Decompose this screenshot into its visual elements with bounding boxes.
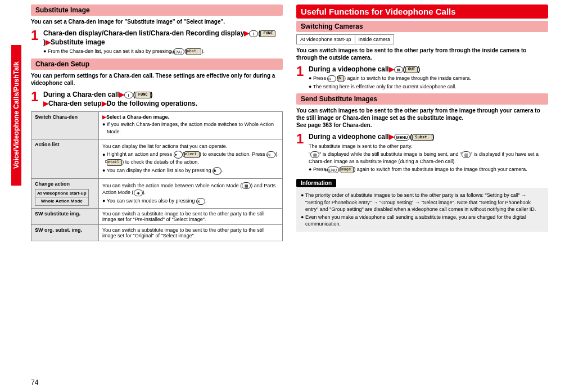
func-label: FUNC bbox=[260, 30, 275, 37]
cell: Inside camera bbox=[355, 35, 394, 44]
subst-label: Subst. bbox=[412, 134, 432, 141]
step-body: During a Chara-den call▶i(FUNC) ▶Chara-d… bbox=[43, 90, 283, 108]
row-label: Change action At videophone start-up Who… bbox=[31, 178, 99, 208]
arrow-icon: ▶ bbox=[119, 91, 124, 98]
whole-mode-icon: ▦ bbox=[242, 182, 251, 189]
text-part: " is displayed while the still substitut… bbox=[319, 151, 462, 157]
step-body: During a videophone call▶✉(OUT) Press ✉(… bbox=[309, 65, 548, 91]
side-tab: Voice/Videophone Calls/PushTalk bbox=[11, 45, 21, 186]
row-content: You can switch a substitute image to be … bbox=[99, 208, 283, 224]
bullet-text: Highlight an action and press bbox=[107, 152, 174, 157]
text: "▤" is displayed while the still substit… bbox=[309, 151, 548, 165]
table-row: At videophone start-up Inside camera bbox=[297, 35, 394, 44]
bullet: If you switch Chara-den images, the acti… bbox=[102, 121, 279, 135]
step-1: 1 Chara-den display/Chara-den list/Chara… bbox=[31, 29, 283, 56]
table-row: SW substitute img. You can switch a subs… bbox=[31, 208, 283, 224]
row-label-text: Change action bbox=[35, 181, 70, 187]
step-text: During a videophone call bbox=[309, 65, 389, 73]
info-bullet: Even when you make a videophone call sen… bbox=[301, 214, 544, 228]
row-label: Switch Chara-den bbox=[31, 112, 99, 139]
step-text: During a videophone call bbox=[309, 133, 389, 141]
step-text: Chara-den setup bbox=[48, 100, 102, 107]
center-key-icon: ● bbox=[174, 151, 183, 159]
text: You can display the list for actions tha… bbox=[102, 143, 279, 150]
bullet-text: to check the details of the action. bbox=[124, 159, 199, 165]
intro-text: You can switch images to be sent to the … bbox=[296, 107, 548, 129]
right-column: Useful Functions for Videophone Calls Sw… bbox=[296, 4, 548, 241]
intro-text: You can set a Chara-den image for "Subst… bbox=[31, 18, 283, 25]
in-label: IN bbox=[338, 75, 343, 82]
bullet: Press MENU(Image) again to switch from t… bbox=[309, 166, 548, 173]
row-content: You can switch a substitute image to be … bbox=[99, 224, 283, 241]
default-box-line: At videophone start-up bbox=[37, 191, 87, 196]
default-table: At videophone start-up Inside camera bbox=[296, 34, 394, 44]
parts-mode-icon: ✚ bbox=[134, 190, 143, 196]
bullet-text: Press bbox=[313, 75, 328, 81]
table-row: Change action At videophone start-up Who… bbox=[31, 178, 283, 208]
step-number: 1 bbox=[296, 132, 309, 146]
mail-key-icon: ✉ bbox=[327, 75, 336, 82]
arrow-icon: ▶ bbox=[46, 38, 51, 46]
image-label: Image bbox=[341, 166, 354, 173]
information-heading: Information bbox=[296, 179, 336, 187]
text: The substitute image is sent to the othe… bbox=[309, 143, 548, 150]
left-column: Substitute Image You can set a Chara-den… bbox=[31, 4, 283, 241]
section-substitute-image: Substitute Image bbox=[31, 4, 283, 16]
subst-label: Subst. bbox=[186, 48, 201, 55]
mail-key-icon: ✉ bbox=[196, 198, 205, 205]
arrow-icon: ▶ bbox=[102, 114, 106, 120]
page-content: Substitute Image You can set a Chara-den… bbox=[0, 0, 565, 246]
section-send-substitute: Send Substitute Images bbox=[296, 93, 548, 105]
step-body: Chara-den display/Chara-den list/Chara-d… bbox=[43, 29, 283, 56]
step-title: During a Chara-den call▶i(FUNC) ▶Chara-d… bbox=[43, 90, 283, 108]
section-useful-functions: Useful Functions for Videophone Calls bbox=[296, 4, 548, 19]
mail-key-icon: ✉ bbox=[394, 66, 403, 73]
step-title: During a videophone call▶✉(OUT) bbox=[309, 65, 548, 74]
page-number: 74 bbox=[31, 379, 38, 386]
section-switching-cameras: Switching Cameras bbox=[296, 21, 548, 32]
bullet-text: From the Chara-den list, you can set it … bbox=[48, 48, 173, 54]
step-number: 1 bbox=[31, 90, 43, 103]
detail-label: Detail bbox=[107, 159, 122, 166]
step-number: 1 bbox=[31, 29, 43, 42]
information-box: The priority order of substitute images … bbox=[296, 188, 548, 232]
bullet-text: again to switch to the image through the… bbox=[346, 75, 471, 81]
menu-key-icon: MENU bbox=[394, 134, 410, 141]
bullet: Highlight an action and press ●(Select) … bbox=[102, 151, 279, 166]
cell: At videophone start-up bbox=[297, 35, 355, 44]
default-box-line: Whole Action Mode bbox=[41, 199, 83, 204]
step-body: During a videophone call▶MENU(Subst.) Th… bbox=[309, 132, 548, 174]
bullet: From the Chara-den list, you can set it … bbox=[43, 48, 283, 55]
step-1b: 1 During a Chara-den call▶i(FUNC) ▶Chara… bbox=[31, 90, 283, 108]
step-text: Do the following operations. bbox=[107, 100, 197, 107]
intro-part: See page 363 for Chara-den. bbox=[296, 122, 372, 128]
section-charaden-setup: Chara-den Setup bbox=[31, 58, 283, 70]
bullet-text: You can switch modes also by pressing bbox=[107, 198, 196, 204]
table-row: Switch Chara-den ▶Select a Chara-den ima… bbox=[31, 112, 283, 139]
select-label: Select bbox=[184, 151, 200, 158]
row-content: You can switch the action mode between W… bbox=[99, 178, 283, 208]
bullet: You can switch modes also by pressing ✉. bbox=[102, 197, 279, 205]
step-number: 1 bbox=[296, 65, 309, 78]
information-block: Information The priority order of substi… bbox=[296, 179, 548, 232]
arrow-icon: ▶ bbox=[43, 100, 48, 107]
arrow-icon: ▶ bbox=[389, 133, 394, 141]
substitute-still-icon: ▤ bbox=[310, 151, 319, 158]
text-part: ). bbox=[143, 190, 146, 195]
bullet-text: again to switch from the substitute imag… bbox=[355, 166, 527, 172]
intro-text: You can perform settings for a Chara-den… bbox=[31, 72, 283, 87]
default-box: At videophone start-up Whole Action Mode bbox=[35, 189, 89, 206]
row-select: Select a Chara-den image. bbox=[106, 114, 169, 120]
menu-key-icon: MENU bbox=[173, 48, 185, 55]
text-part: You can switch the action mode between W… bbox=[102, 183, 242, 188]
arrow-icon: ▶ bbox=[244, 29, 249, 37]
step-text: Chara-den display/Chara-den list/Chara-d… bbox=[43, 29, 244, 37]
out-label: OUT bbox=[405, 66, 418, 73]
row-label: SW substitute img. bbox=[31, 208, 99, 224]
table-row: Action list You can display the list for… bbox=[31, 139, 283, 178]
arrow-icon: ▶ bbox=[389, 65, 394, 73]
ir-key-icon: i bbox=[124, 92, 133, 98]
step-text: Substitute image bbox=[51, 38, 105, 46]
info-bullet: The priority order of substitute images … bbox=[301, 192, 544, 213]
step-title: Chara-den display/Chara-den list/Chara-d… bbox=[43, 29, 283, 47]
